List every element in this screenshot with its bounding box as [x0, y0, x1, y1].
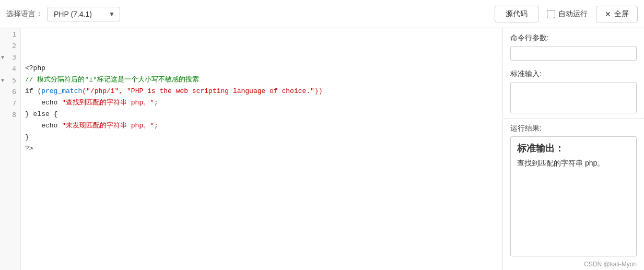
fullscreen-label: 全屏	[614, 9, 629, 19]
line-number: ▼5	[0, 74, 20, 86]
toolbar: 选择语言： PHP (7.4.1) Python 3 C++ Java Java…	[0, 0, 644, 28]
auto-run-label[interactable]: 自动运行	[547, 9, 588, 19]
line-number: 8	[0, 109, 20, 120]
line-number: 1	[0, 28, 20, 40]
code-line: if (preg_match("/php/i", "PHP is the web…	[25, 86, 502, 97]
source-button[interactable]: 源代码	[495, 6, 538, 22]
stdin-label: 标准输入:	[510, 69, 637, 79]
line-number: 6	[0, 86, 20, 97]
code-token: echo	[25, 97, 62, 109]
code-token: ;	[154, 120, 158, 132]
code-token: } else {	[25, 109, 57, 120]
result-box: 标准输出： 查找到匹配的字符串 php。	[510, 136, 637, 256]
cmd-args-label: 命令行参数:	[510, 33, 637, 43]
code-token: echo	[25, 120, 62, 132]
lang-select[interactable]: PHP (7.4.1) Python 3 C++ Java JavaScript	[47, 7, 120, 21]
line-numbers: 12▼34▼5678	[0, 28, 21, 270]
code-token: }	[25, 132, 29, 143]
code-line: echo "未发现匹配的字符串 php。";	[25, 120, 502, 132]
main-area: 12▼34▼5678 <?php// 模式分隔符后的"i"标记这是一个大小写不敏…	[0, 28, 644, 270]
line-number: ▼3	[0, 51, 20, 63]
cmd-args-section: 命令行参数:	[503, 28, 644, 64]
code-token: // 模式分隔符后的"i"标记这是一个大小写不敏感的搜索	[25, 74, 199, 86]
code-line: // 模式分隔符后的"i"标记这是一个大小写不敏感的搜索	[25, 74, 502, 86]
code-token: ("/php/i", "PHP is the web scripting lan…	[82, 86, 322, 97]
code-token: if	[25, 86, 37, 97]
code-line: } else {	[25, 109, 502, 120]
stdin-section: 标准输入:	[503, 64, 644, 119]
result-text: 查找到匹配的字符串 php。	[517, 159, 630, 168]
auto-run-text: 自动运行	[558, 9, 588, 19]
result-label: 运行结果:	[510, 124, 637, 133]
code-token: ;	[154, 97, 158, 109]
fullscreen-button[interactable]: ✕ 全屏	[596, 6, 638, 22]
lang-select-wrapper[interactable]: PHP (7.4.1) Python 3 C++ Java JavaScript…	[47, 7, 120, 21]
lang-label: 选择语言：	[6, 9, 43, 19]
stdin-textarea[interactable]	[510, 82, 637, 113]
code-token: "查找到匹配的字符串 php。"	[62, 97, 154, 109]
toolbar-left: 选择语言： PHP (7.4.1) Python 3 C++ Java Java…	[6, 7, 120, 21]
code-token: "未发现匹配的字符串 php。"	[62, 120, 154, 132]
code-line: <?php	[25, 63, 502, 74]
watermark: CSDN @kali-Myon	[503, 260, 644, 270]
code-token: ?>	[25, 143, 33, 155]
editor-panel[interactable]: 12▼34▼5678 <?php// 模式分隔符后的"i"标记这是一个大小写不敏…	[0, 28, 503, 270]
code-token: <?php	[25, 63, 45, 74]
toolbar-right: 源代码 自动运行 ✕ 全屏	[495, 6, 638, 22]
line-number: 2	[0, 40, 20, 51]
cmd-args-input[interactable]	[510, 46, 637, 61]
right-panel: 命令行参数: 标准输入: 运行结果: 标准输出： 查找到匹配的字符串 php。 …	[503, 28, 644, 270]
line-number: 4	[0, 63, 20, 74]
code-token: preg_match	[41, 86, 82, 97]
line-number: 7	[0, 97, 20, 109]
app-container: 选择语言： PHP (7.4.1) Python 3 C++ Java Java…	[0, 0, 644, 270]
code-line: }	[25, 132, 502, 143]
result-stdout-label: 标准输出：	[517, 142, 630, 155]
result-section: 运行结果: 标准输出： 查找到匹配的字符串 php。	[503, 119, 644, 260]
auto-run-checkbox[interactable]	[547, 10, 555, 18]
code-line: echo "查找到匹配的字符串 php。";	[25, 97, 502, 109]
code-area: 12▼34▼5678 <?php// 模式分隔符后的"i"标记这是一个大小写不敏…	[0, 28, 502, 270]
code-content[interactable]: <?php// 模式分隔符后的"i"标记这是一个大小写不敏感的搜索if (pre…	[21, 28, 502, 270]
code-line: ?>	[25, 143, 502, 155]
code-token: (	[37, 86, 41, 97]
fullscreen-icon: ✕	[605, 10, 611, 18]
